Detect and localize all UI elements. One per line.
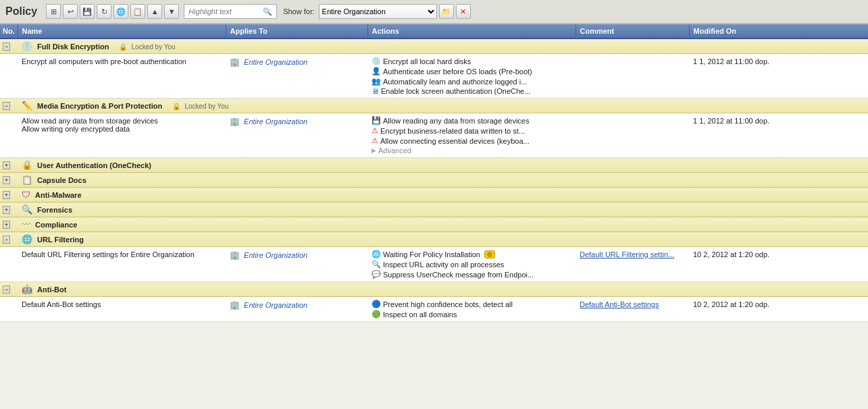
row-name-antibot-1: Default Anti-Bot settings [22,300,101,308]
toolbar-btn-globe[interactable]: 🌐 [113,4,128,19]
action-icon: 🔍 [372,260,381,269]
toolbar-btn-refresh[interactable]: ↻ [97,4,111,19]
action-icon: 💾 [372,116,381,125]
data-row-fde-1: Encrypt all computers with pre-boot auth… [0,54,868,99]
col-no: No. [0,24,18,38]
group-name-url: URL Filtering [37,236,84,244]
action-item: 💿 Encrypt all local hard disks [372,56,571,66]
table-header-row: No. Name Applies To Actions Comment Modi… [0,24,868,38]
group-row-full-disk-encryption: − 💿 Full Disk Encryption 🔒 Locked by You [0,38,868,54]
expand-btn-fde[interactable]: − [3,43,10,51]
action-text: Encrypt business-related data written to… [380,127,525,135]
group-row-user-auth: + 🔒 User Authentication (OneCheck) [0,158,868,173]
table-container: No. Name Applies To Actions Comment Modi… [0,24,868,409]
action-icon: 👥 [372,77,381,86]
toolbar-btn-down[interactable]: ▼ [164,4,179,19]
expand-btn-url[interactable]: − [3,236,10,244]
comment-url-1: Default URL Filtering settin... [580,250,674,258]
group-row-forensics: + 🔍 Forensics [0,202,868,217]
toolbar-btn-save[interactable]: 💾 [80,4,95,19]
applies-icon-url-1: 🏢 [230,250,240,260]
col-modified: Modified On [689,24,868,38]
modified-url-1: 10 2, 2012 at 1:20 odp. [693,250,769,258]
action-text: Inspect on all domains [383,310,457,319]
col-actions: Actions [367,24,576,38]
action-icon: 💿 [372,57,381,65]
group-row-compliance: + 〰 Compliance [0,217,868,232]
group-icon-forensics: 🔍 [22,204,32,215]
group-icon-fde: 💿 [22,41,32,51]
action-icon: ⚠ [372,136,378,145]
group-icon-malware: 🛡 [22,190,30,200]
row-name-media-1-line1: Allow read any data from storage devices [22,117,222,125]
applies-icon-media-1: 🏢 [230,117,240,126]
group-row-url-filtering: − 🌐 URL Filtering [0,232,868,247]
data-row-url-1: Default URL Filtering settings for Entir… [0,247,868,282]
action-text: Automatically learn and authorize logged… [383,78,527,86]
group-name-antibot: Anti-Bot [37,285,66,294]
col-applies: Applies To [226,24,367,38]
lock-icon-fde: 🔒 [119,43,127,51]
action-text: Encrypt all local hard disks [383,57,471,65]
action-item: 🖥 Enable lock screen authentication (One… [372,86,571,96]
toolbar-btn-up[interactable]: ▲ [147,4,162,19]
search-input[interactable] [188,7,263,16]
group-row-anti-bot: − 🤖 Anti-Bot [0,282,868,297]
applies-icon-antibot-1: 🏢 [230,300,240,310]
search-container: 🔍 [184,4,277,19]
action-text: Waiting For Policy Installation [383,250,480,258]
expand-btn-compliance[interactable]: + [3,221,10,229]
group-name-compliance: Compliance [35,221,77,229]
action-icon: ⚠ [372,126,378,135]
col-comment: Comment [576,24,689,38]
action-icon: 🟢 [372,310,381,319]
expand-btn-media[interactable]: − [3,102,10,110]
action-item-ab-2: 🟢 Inspect on all domains [372,309,571,319]
action-item: 👤 Authenticate user before OS loads (Pre… [372,66,571,76]
group-icon-capsule: 📋 [22,175,32,185]
search-icon: 🔍 [263,7,272,16]
expand-btn-capsule[interactable]: + [3,176,10,184]
toolbar-btn-folder[interactable]: 📁 [439,4,454,19]
action-item: ⚠ Allow connecting essential devices (ke… [372,136,571,146]
group-name-media: Media Encryption & Port Protection [37,102,162,110]
action-item: 👥 Automatically learn and authorize logg… [372,76,571,86]
action-item: ⚠ Encrypt business-related data written … [372,126,571,136]
applies-val-media-1: Entire Organization [244,117,307,126]
group-row-capsule: + 📋 Capsule Docs [0,173,868,188]
applies-val-url-1: Entire Organization [244,251,307,259]
group-icon-antibot: 🤖 [22,284,32,294]
group-name-userauth: User Authentication (OneCheck) [37,161,151,169]
action-text: Prevent high confidence bots, detect all [383,300,513,308]
action-icon: 🔵 [372,300,381,308]
policy-table: No. Name Applies To Actions Comment Modi… [0,24,868,322]
action-icon: 👤 [372,67,381,76]
toolbar-btn-back[interactable]: ↩ [63,4,78,19]
action-item-url-1: 🌐 Waiting For Policy Installation ⊙ [372,249,571,259]
group-row-malware: + 🛡 Anti-Malware [0,188,868,202]
group-icon-media: ✏️ [22,101,32,111]
expand-btn-forensics[interactable]: + [3,206,10,214]
toolbar-btn-close[interactable]: ✕ [456,4,471,19]
data-row-antibot-1: Default Anti-Bot settings 🏢 Entire Organ… [0,297,868,322]
action-text: Authenticate user before OS loads (Pre-b… [383,67,532,76]
toolbar-btn-grid[interactable]: ⊞ [46,4,61,19]
group-name-malware: Anti-Malware [35,191,81,199]
lock-label-fde: Locked by You [132,43,176,51]
applies-val-antibot-1: Entire Organization [244,301,307,309]
expand-btn-userauth[interactable]: + [3,161,10,169]
action-item-advanced: ▶ Advanced [372,146,571,155]
group-icon-userauth: 🔒 [22,160,32,170]
toolbar-btn-copy[interactable]: 📋 [130,4,145,19]
group-icon-url: 🌐 [22,234,32,244]
showfor-select[interactable]: Entire Organization [319,4,437,19]
modified-media-1: 1 1, 2012 at 11:00 dop. [693,117,769,125]
expand-btn-malware[interactable]: + [3,191,10,199]
action-text: Enable lock screen authentication (OneCh… [381,87,530,95]
toolbar: Policy ⊞ ↩ 💾 ↻ 🌐 📋 ▲ ▼ 🔍 Show for: Entir… [0,0,868,24]
lock-label-media: Locked by You [184,103,228,110]
data-row-media-1: Allow read any data from storage devices… [0,113,868,158]
action-text-adv: Advanced [378,146,411,155]
expand-btn-antibot[interactable]: − [3,285,10,294]
applies-icon-fde-1: 🏢 [230,57,240,67]
